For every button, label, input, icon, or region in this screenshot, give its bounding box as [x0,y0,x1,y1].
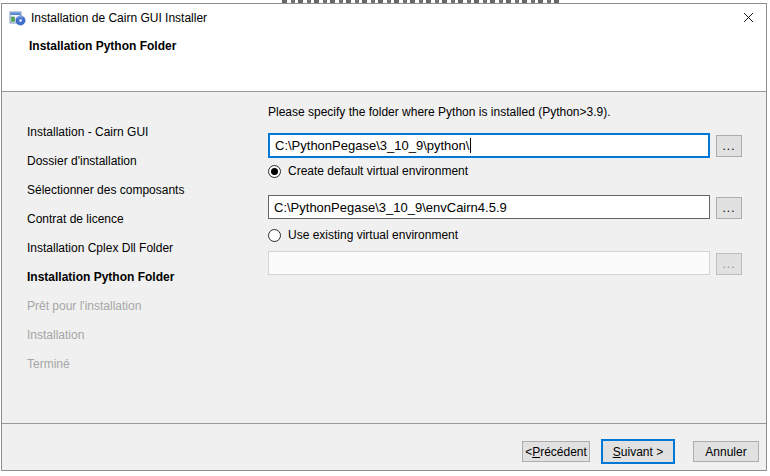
next-button[interactable]: Suivant > [601,439,675,464]
radio-selected-icon [268,165,281,178]
installer-window: Installation de Cairn GUI Installer Inst… [1,3,767,471]
sidebar-item-contrat-de-licence: Contrat de licence [27,205,257,234]
installer-steps-sidebar: Installation - Cairn GUI Dossier d'insta… [27,118,257,379]
close-button[interactable] [732,4,764,31]
window-title: Installation de Cairn GUI Installer [31,8,207,28]
use-existing-venv-radio[interactable]: Use existing virtual environment [268,227,458,243]
default-venv-browse-button[interactable]: ... [716,197,742,219]
existing-venv-browse-button: ... [716,253,742,275]
previous-button[interactable]: < Précédent [522,441,590,462]
sidebar-item-installation-python-folder: Installation Python Folder [27,263,257,292]
cancel-button[interactable]: Annuler [693,441,759,462]
python-folder-instruction: Please specify the folder where Python i… [268,104,611,120]
create-default-venv-radio[interactable]: Create default virtual environment [268,163,468,179]
sidebar-item-installation-cplex-dll: Installation Cplex Dll Folder [27,234,257,263]
python-path-browse-button[interactable]: ... [716,135,742,157]
python-path-value: C:\PythonPegase\3_10_9\python\ [275,138,469,153]
sidebar-item-selectionner-composants: Sélectionner des composants [27,176,257,205]
python-path-field[interactable]: C:\PythonPegase\3_10_9\python\ [268,133,710,158]
footer-divider [2,423,766,424]
sidebar-item-pret-pour-installation: Prêt pour l'installation [27,292,257,321]
radio-unselected-icon [268,229,281,242]
use-existing-venv-label: Use existing virtual environment [288,228,458,242]
default-venv-path-value: C:\PythonPegase\3_10_9\envCairn4.5.9 [274,200,507,215]
existing-venv-path-field [268,251,710,275]
close-x-icon [743,12,754,23]
create-default-venv-label: Create default virtual environment [288,164,468,178]
default-venv-path-field[interactable]: C:\PythonPegase\3_10_9\envCairn4.5.9 [268,195,710,219]
sidebar-item-installation: Installation [27,321,257,350]
titlebar: Installation de Cairn GUI Installer [2,4,766,34]
sidebar-item-termine: Terminé [27,350,257,379]
sidebar-item-installation-cairn-gui: Installation - Cairn GUI [27,118,257,147]
installer-disc-icon [9,10,26,27]
page-title: Installation Python Folder [29,38,176,54]
text-caret [470,138,471,153]
sidebar-item-dossier-installation: Dossier d'installation [27,147,257,176]
